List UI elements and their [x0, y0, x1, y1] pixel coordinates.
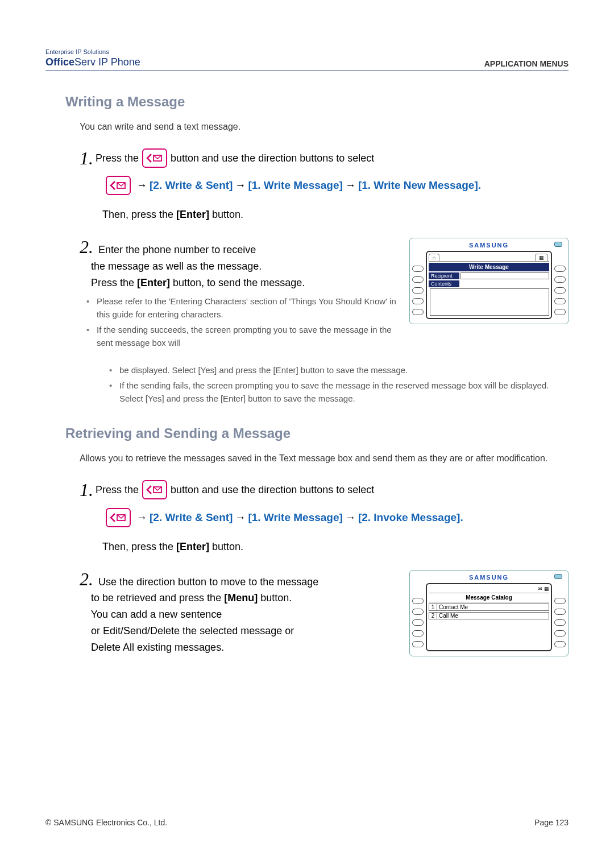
screen-tab-left: ⌂: [429, 254, 439, 261]
writing-step-1: 1. Press the button and use the directio…: [80, 148, 569, 168]
phone-led: [554, 242, 562, 247]
retrieving-intro: Allows you to retrieve the messages save…: [80, 452, 569, 465]
field-contents-input[interactable]: [430, 288, 549, 316]
sms-button-icon: [106, 508, 131, 527]
soft-key[interactable]: [554, 298, 566, 304]
catalog-row[interactable]: 2 Call Me: [429, 612, 549, 619]
soft-key[interactable]: [554, 630, 566, 636]
step-number: 2.: [80, 569, 93, 589]
writing-step-2: 2. Enter the phone number to receive the…: [80, 238, 409, 352]
soft-key[interactable]: [412, 641, 424, 647]
brand-title: OfficeServ IP Phone: [45, 56, 140, 68]
bullet-item: If the sending succeeds, the screen prom…: [80, 323, 398, 350]
soft-key[interactable]: [412, 609, 424, 615]
enter-instruction: Then, press the [Enter] button.: [102, 541, 569, 553]
step-number: 2.: [80, 237, 93, 257]
soft-key[interactable]: [554, 641, 566, 647]
copyright: © SAMSUNG Electronics Co., Ltd.: [45, 818, 167, 827]
soft-keys-left: [412, 251, 424, 319]
field-recipient-input[interactable]: [460, 272, 549, 279]
soft-keys-right: [554, 583, 566, 651]
phone-mockup-write: SAMSUNG ⌂ ▦ Write Message: [409, 238, 569, 324]
page-number: Page 123: [534, 818, 569, 827]
arrow-icon: →: [235, 179, 246, 192]
phone-screen: ✉ ▦ Message Catalog 1 Contact Me 2 Call …: [426, 583, 552, 651]
page-footer: © SAMSUNG Electronics Co., Ltd. Page 123: [45, 818, 569, 827]
screen-title: Message Catalog: [429, 593, 549, 602]
menu-path-1: → [2. Write & Sent] → [1. Write Message]…: [102, 176, 569, 195]
screen-status-icons: ✉ ▦: [429, 586, 549, 593]
retrieving-step-2: 2. Use the direction button to move to t…: [80, 570, 409, 656]
soft-key[interactable]: [412, 287, 424, 294]
brand-block: Enterprise IP Solutions OfficeServ IP Ph…: [45, 48, 140, 68]
soft-key[interactable]: [412, 309, 424, 315]
phone-mockup-catalog: SAMSUNG ✉ ▦ Message Catalog 1 Contact Me: [409, 570, 569, 656]
screen-title: Write Message: [429, 263, 549, 271]
phone-brand: SAMSUNG: [469, 242, 509, 249]
soft-key[interactable]: [554, 309, 566, 315]
field-contents-label: Contents: [429, 280, 459, 287]
soft-key[interactable]: [554, 619, 566, 626]
brand-subtitle: Enterprise IP Solutions: [45, 48, 140, 55]
arrow-icon: →: [235, 511, 246, 524]
bullet-continuation: be displayed. Select [Yes] and press the…: [102, 363, 569, 377]
screen-tab-right: ▦: [535, 254, 548, 261]
phone-brand: SAMSUNG: [469, 574, 509, 581]
field-recipient-label: Recipient: [429, 272, 459, 279]
phone-led: [554, 574, 562, 579]
page-header: Enterprise IP Solutions OfficeServ IP Ph…: [45, 48, 569, 71]
writing-intro: You can write and send a text message.: [80, 120, 569, 134]
soft-key[interactable]: [554, 287, 566, 294]
soft-key[interactable]: [554, 598, 566, 604]
arrow-icon: →: [345, 179, 356, 192]
soft-key[interactable]: [554, 609, 566, 615]
header-right: APPLICATION MENUS: [484, 59, 569, 68]
soft-key[interactable]: [412, 619, 424, 626]
phone-screen: ⌂ ▦ Write Message Recipient Contents: [426, 251, 552, 319]
retrieving-step-1: 1. Press the button and use the directio…: [80, 480, 569, 499]
soft-keys-right: [554, 251, 566, 319]
menu-path-2: → [2. Write & Sent] → [1. Write Message]…: [102, 508, 569, 527]
section-title-writing: Writing a Message: [65, 94, 569, 110]
arrow-icon: →: [136, 179, 147, 192]
soft-key[interactable]: [412, 276, 424, 283]
soft-key[interactable]: [412, 630, 424, 636]
soft-key[interactable]: [412, 266, 424, 272]
step-number: 1.: [80, 481, 93, 499]
arrow-icon: →: [136, 511, 147, 524]
soft-key[interactable]: [554, 266, 566, 272]
soft-key[interactable]: [412, 298, 424, 304]
section-title-retrieving: Retrieving and Sending a Message: [65, 425, 569, 441]
sms-button-icon: [142, 480, 167, 499]
catalog-row[interactable]: 1 Contact Me: [429, 604, 549, 611]
soft-keys-left: [412, 583, 424, 651]
step-number: 1.: [80, 149, 93, 167]
bullet-item: If the sending fails, the screen prompti…: [102, 379, 569, 406]
soft-key[interactable]: [412, 598, 424, 604]
sms-button-icon: [142, 148, 167, 168]
enter-instruction: Then, press the [Enter] button.: [102, 209, 569, 221]
sms-button-icon: [106, 176, 131, 195]
bullet-item: Please refer to the 'Entering Characters…: [80, 295, 398, 321]
soft-key[interactable]: [554, 276, 566, 283]
arrow-icon: →: [345, 511, 356, 524]
